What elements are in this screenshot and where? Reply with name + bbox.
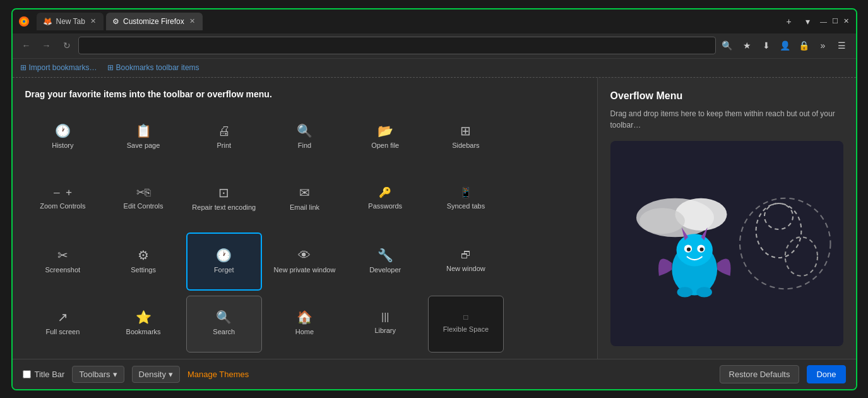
full-screen-icon: ↗ <box>57 311 68 323</box>
svg-point-15 <box>699 247 703 251</box>
density-chevron-icon: ▾ <box>169 370 173 379</box>
reload-button[interactable]: ↻ <box>58 37 76 54</box>
density-dropdown[interactable]: Density ▾ <box>132 366 180 383</box>
library-label: Library <box>374 326 396 335</box>
search-label: Search <box>213 327 235 336</box>
grid-item-flexible-space[interactable]: □ Flexible Space <box>428 296 504 353</box>
tab-close-button[interactable]: ✕ <box>188 16 196 27</box>
grid-item-repair-text[interactable]: ⊡ Repair text encoding <box>186 171 262 227</box>
toolbars-dropdown[interactable]: Toolbars ▾ <box>72 366 124 383</box>
new-private-window-icon: 👁 <box>298 249 311 262</box>
developer-icon: 🔧 <box>378 249 393 262</box>
grid-item-settings[interactable]: ⚙ Settings <box>105 232 181 291</box>
tab-customize-firefox[interactable]: ⚙ Customize Firefox ✕ <box>106 13 203 30</box>
grid-item-developer[interactable]: 🔧 Developer <box>347 232 423 291</box>
forget-icon: 🕐 <box>216 249 232 262</box>
grid-item-full-screen[interactable]: ↗ Full screen <box>25 296 101 353</box>
synced-tabs-label: Synced tabs <box>447 202 485 210</box>
done-button[interactable]: Done <box>807 365 845 383</box>
grid-item-sidebars[interactable]: ⊞ Sidebars <box>428 109 504 166</box>
grid-item-edit-controls[interactable]: ✂⎘ Edit Controls <box>105 171 181 227</box>
back-button[interactable]: ← <box>18 37 35 54</box>
settings-label: Settings <box>131 265 156 274</box>
sync-icon[interactable]: 🔒 <box>795 37 813 54</box>
grid-item-home[interactable]: 🏠 Home <box>267 296 343 353</box>
pocket-icon[interactable]: ★ <box>739 37 756 54</box>
overflow-illustration <box>610 141 843 346</box>
menu-button[interactable]: ☰ <box>833 37 851 54</box>
import-bookmarks-link[interactable]: ⊞ Import bookmarks… <box>20 63 97 72</box>
forward-button[interactable]: → <box>38 37 56 54</box>
save-page-label: Save page <box>127 141 160 150</box>
svg-point-9 <box>676 234 712 266</box>
grid-item-save-page[interactable]: 📋 Save page <box>105 109 181 166</box>
tab-list-button[interactable]: ▾ <box>799 13 817 30</box>
address-bar[interactable] <box>78 37 716 54</box>
new-private-window-label: New private window <box>274 265 336 274</box>
grid-item-synced-tabs[interactable]: 📱 Synced tabs <box>428 171 504 227</box>
grid-item-new-private-window[interactable]: 👁 New private window <box>267 232 343 291</box>
overflow-description: Drag and drop items here to keep them wi… <box>610 108 843 131</box>
passwords-icon: 🔑 <box>379 188 391 198</box>
tab-favicon: 🦊 <box>43 17 52 26</box>
overflow-button[interactable]: » <box>814 37 832 54</box>
toolbars-chevron-icon: ▾ <box>113 370 117 379</box>
browser-toolbar: ← → ↻ 🔍 ★ ⬇ 👤 🔒 » ☰ <box>13 33 856 59</box>
bookmarks-toolbar-items-link[interactable]: ⊞ Bookmarks toolbar items <box>107 63 199 72</box>
tab-new-tab[interactable]: 🦊 New Tab ✕ <box>37 13 104 30</box>
title-bar-checkbox[interactable]: Title Bar <box>23 370 65 379</box>
open-file-label: Open file <box>371 141 399 150</box>
title-bar-input[interactable] <box>23 370 31 378</box>
restore-defaults-button[interactable]: Restore Defaults <box>720 365 800 383</box>
forget-label: Forget <box>214 265 234 274</box>
email-link-label: Email link <box>290 203 319 212</box>
maximize-button[interactable]: ☐ <box>831 17 840 26</box>
grid-item-find[interactable]: 🔍 Find <box>267 109 343 166</box>
open-file-icon: 📂 <box>378 124 393 137</box>
zoom-controls-label: Zoom Controls <box>40 202 85 210</box>
customize-area: Drag your favorite items into the toolba… <box>13 78 597 359</box>
full-screen-label: Full screen <box>45 327 80 336</box>
tab-label: Customize Firefox <box>123 17 184 26</box>
grid-item-new-window[interactable]: 🗗 New window <box>428 232 504 291</box>
toolbar-icons: ★ ⬇ 👤 🔒 » ☰ <box>739 37 851 54</box>
search-icon: 🔍 <box>216 311 232 323</box>
tab-close-button[interactable]: ✕ <box>89 16 97 27</box>
flexible-space-icon: □ <box>463 313 468 321</box>
firefox-logo-icon <box>18 15 30 28</box>
print-icon: 🖨 <box>218 124 230 137</box>
minimize-button[interactable]: — <box>819 17 828 26</box>
bookmarks-bar: ⊞ Import bookmarks… ⊞ Bookmarks toolbar … <box>13 59 856 78</box>
grid-item-screenshot[interactable]: ✂ Screenshot <box>25 232 101 291</box>
close-window-button[interactable]: ✕ <box>842 17 851 26</box>
grid-item-bookmarks[interactable]: ⭐ Bookmarks <box>105 296 181 353</box>
sidebars-icon: ⊞ <box>460 124 471 137</box>
grid-item-passwords[interactable]: 🔑 Passwords <box>347 171 423 227</box>
tab-actions: + ▾ — ☐ ✕ <box>780 13 851 30</box>
bookmarks-icon: ⭐ <box>136 311 152 323</box>
new-window-icon: 🗗 <box>461 250 471 260</box>
title-bar-label: Title Bar <box>35 370 65 379</box>
history-icon: 🕐 <box>55 124 71 137</box>
account-icon[interactable]: 👤 <box>776 37 794 54</box>
grid-item-open-file[interactable]: 📂 Open file <box>347 109 423 166</box>
bottom-bar: Title Bar Toolbars ▾ Density ▾ Manage Th… <box>13 359 856 389</box>
import-icon: ⊞ <box>20 63 27 72</box>
grid-item-print[interactable]: 🖨 Print <box>186 109 262 166</box>
downloads-icon[interactable]: ⬇ <box>758 37 775 54</box>
zoom-controls-icon: — + <box>54 188 72 198</box>
grid-item-library[interactable]: ||| Library <box>347 296 423 353</box>
grid-item-history[interactable]: 🕐 History <box>25 109 101 166</box>
grid-item-zoom-controls[interactable]: — + Zoom Controls <box>25 171 101 227</box>
manage-themes-link[interactable]: Manage Themes <box>187 370 249 379</box>
passwords-label: Passwords <box>368 202 402 210</box>
new-tab-button[interactable]: + <box>780 13 798 30</box>
grid-item-email-link[interactable]: ✉ Email link <box>267 171 343 227</box>
grid-item-search[interactable]: 🔍 Search <box>186 296 262 353</box>
search-toolbar-button[interactable]: 🔍 <box>718 37 736 54</box>
grid-item-forget[interactable]: 🕐 Forget <box>186 232 262 291</box>
main-content: Drag your favorite items into the toolba… <box>13 78 856 359</box>
email-link-icon: ✉ <box>299 186 310 199</box>
screenshot-label: Screenshot <box>45 265 81 274</box>
bookmarks-toolbar-icon: ⊞ <box>107 63 114 72</box>
